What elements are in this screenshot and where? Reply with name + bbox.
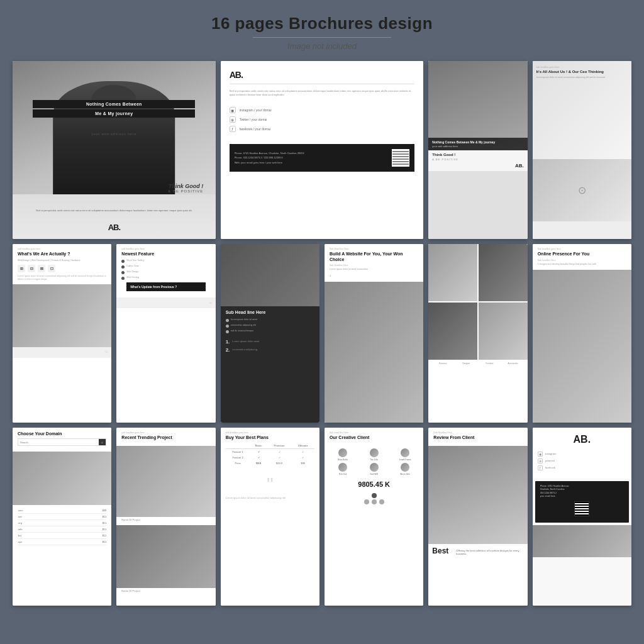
client-avatar-6	[401, 463, 409, 472]
pricing-row-price: Price $9.9 $19.9 $99	[226, 460, 314, 466]
client-2: Tom John	[359, 448, 388, 461]
domain-search-button[interactable]: ⌕	[99, 439, 106, 445]
page-pricing: sub headline goes here Buy Your Best Pla…	[221, 428, 319, 606]
cover-mini-bottom: Think Good ! & BE POSITIVE AB.	[428, 150, 527, 171]
domain-item-info: .info $11	[18, 526, 106, 533]
about-mini-bottom	[533, 221, 631, 239]
icon-web: ⊞	[18, 265, 25, 272]
page-online-presence: Sub headline goes here Online Presence F…	[533, 244, 631, 422]
domain-item-com: .com $99	[18, 508, 106, 514]
page-newest-feature: sub headline goes here Newest Feature Wo…	[116, 244, 215, 422]
last-img	[533, 525, 631, 557]
update-box: What's Update from Previous ?	[126, 282, 205, 292]
cover-title-line1: Nothing Comes Between	[33, 100, 195, 108]
header-subtitle: Image not included	[211, 42, 433, 51]
about-mini-top: sub headline goes here It's All About Us…	[533, 61, 631, 159]
page-image-grid: Business Designer Furniture Accessories	[428, 244, 527, 422]
about-mini-img: ⊙	[533, 159, 631, 221]
img-cell-1	[428, 244, 477, 301]
page-last: AB. ◉ instagram ⊕ pinterest ƒ facebook	[533, 428, 631, 606]
trending-project1: Name Of Project	[116, 517, 215, 523]
feature-item-4: Web Hosting	[121, 276, 210, 280]
build-website-img	[325, 282, 423, 423]
client-avatar-3	[401, 448, 409, 457]
img-cell-2	[479, 244, 528, 301]
header-divider	[253, 37, 391, 38]
cover-body-text: Sed ut perspiciatis unde omnis iste natu…	[29, 209, 199, 213]
contact-card-text: Phone: 4741 Heather Avenue, Charlotte, N…	[235, 151, 304, 165]
qr-code	[392, 149, 409, 167]
feature-item-2: Callioo Gear	[121, 265, 210, 269]
pricing-row-2: Feature 2 ✓ ✓ ✓	[226, 455, 314, 460]
pricing-table: Basic Premium Ultimate Feature 1 ✓ ✓ ✓	[226, 443, 314, 466]
client-avatar-5	[370, 463, 379, 472]
step-1: 1. Lorem ipsum dolor amet	[226, 339, 314, 345]
quote-mark: "	[221, 472, 319, 496]
org-chart	[325, 491, 423, 508]
client-4: Rob Clue	[328, 463, 357, 475]
arrow-icon: ›	[330, 274, 418, 278]
contact-body-text: Sed ut perspiciatis unde omnis iste natu…	[221, 89, 424, 103]
page-cover: Nothing Comes Between Me & My journey yo…	[13, 61, 216, 239]
review-img	[428, 446, 527, 544]
page-trending: sub headline goes here Recent Trending P…	[116, 428, 215, 606]
contact-logo: AB.	[221, 61, 424, 84]
domain-search-box[interactable]: ⌕	[18, 438, 106, 446]
page-clients: Sub head line Here Our Creative Client B…	[325, 428, 423, 606]
last-pinterest-icon: ⊕	[538, 458, 543, 464]
cover-title-line2: Me & My journey	[33, 109, 195, 118]
client-5: Garit Willi	[359, 463, 388, 475]
page-domain: Choose Your Domain ⌕ .com $99 .net $11 .…	[13, 428, 111, 606]
social-instagram: ◉ instagram / your domai	[230, 107, 415, 113]
last-facebook: ƒ facebook	[538, 465, 626, 470]
feature-item-3: Web Design	[121, 270, 210, 274]
facebook-icon: ƒ	[230, 126, 236, 132]
contact-business-card: Phone: 4741 Heather Avenue, Charlotte, N…	[230, 144, 415, 172]
trending-img-1	[116, 446, 215, 517]
domain-search-input[interactable]	[18, 440, 99, 445]
best-label: Best	[432, 547, 450, 555]
cover-tagline: Think Good ! & BE POSITIVE	[168, 183, 203, 193]
domain-item-biz: .biz $11	[18, 533, 106, 539]
last-qr-code	[574, 501, 589, 516]
page-build-website: Sub Head line Here Build A Website For Y…	[325, 244, 423, 422]
social-facebook: ƒ facebook / your domai	[230, 126, 415, 132]
cover-web-address: your web address here	[13, 132, 216, 136]
page-cover-mini: Nothing Comes Between Me & My journey yo…	[428, 61, 527, 239]
brochure-grid: Nothing Comes Between Me & My journey yo…	[0, 56, 644, 616]
last-social-links: ◉ instagram ⊕ pinterest ƒ facebook	[538, 452, 626, 472]
contact-divider	[230, 84, 415, 84]
client-6: Armin John	[391, 463, 419, 475]
pricing-row-1: Feature 1 ✓ ✓ ✓	[226, 449, 314, 455]
page-steps-dark: Sub Head line Here Lorem ipsum dolor sit…	[221, 244, 319, 422]
client-avatar-4	[338, 463, 347, 472]
step-2: 2. consectetur adipiscing	[226, 347, 314, 353]
page-what-we-are: sub headline goes here What's We Are Act…	[13, 244, 111, 422]
img-cell-3	[428, 303, 477, 360]
feature-item-1: Work Your Gallery	[121, 259, 210, 263]
domain-item-xyz: .xyz $11	[18, 539, 106, 545]
step-bullet-2: consectetur adipiscing elit	[226, 324, 314, 328]
client-avatar-1	[338, 448, 347, 457]
step-bullet-3: sed do eiusmod tempor	[226, 330, 314, 333]
contact-social: ◉ instagram / your domai ⊕ Twitter / you…	[221, 103, 424, 139]
client-grid: Brian Butler Tom John Jonath Fname Rob C…	[325, 446, 423, 478]
cover-logo: AB.	[108, 223, 120, 232]
image-grid	[428, 244, 527, 360]
domain-item-org: .org $11	[18, 520, 106, 526]
what-we-are-img	[13, 284, 111, 347]
last-business-card: Phone: 4741 Heather Avenue Charlotte, No…	[535, 481, 629, 523]
social-pinterest: ⊕ Twitter / your domai	[230, 116, 415, 123]
client-avatar-2	[370, 448, 379, 457]
cover-mini-title-overlay: Nothing Comes Between Me & My journey yo…	[428, 138, 527, 150]
icon-domain: ⊠	[38, 265, 45, 272]
page-title: 16 pages Brochures design	[211, 14, 433, 33]
client-1: Brian Butler	[328, 448, 357, 461]
last-facebook-icon: ƒ	[538, 465, 543, 470]
last-instagram-icon: ◉	[538, 452, 543, 457]
header: 16 pages Brochures design Image not incl…	[211, 0, 433, 56]
pinterest-icon: ⊕	[230, 116, 236, 123]
instagram-icon: ◉	[230, 107, 236, 113]
steps-dark-img	[221, 244, 319, 306]
last-instagram: ◉ instagram	[538, 452, 626, 457]
